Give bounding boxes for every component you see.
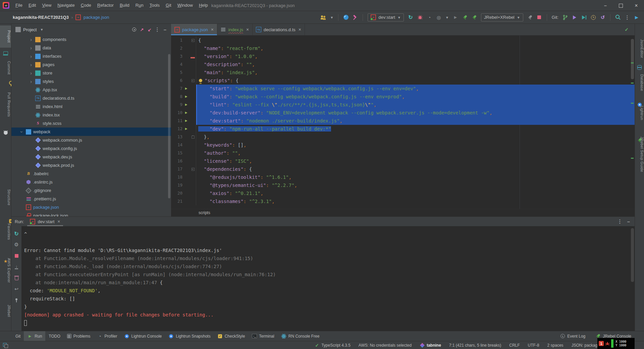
scroll-down-icon[interactable] bbox=[14, 264, 19, 269]
stripe-tab-database[interactable]: Database bbox=[635, 72, 644, 93]
menu-code[interactable]: Code bbox=[78, 3, 94, 8]
tree-row-style.scss[interactable]: style.scss bbox=[11, 119, 171, 128]
fold-marker[interactable]: − bbox=[190, 77, 196, 85]
laptop-icon[interactable] bbox=[3, 51, 8, 56]
tree-row-.babelrc[interactable]: .babelrc bbox=[11, 169, 171, 178]
line-number[interactable]: 6 bbox=[171, 77, 182, 85]
line-number[interactable]: 11 bbox=[171, 117, 182, 125]
menu-view[interactable]: View bbox=[39, 3, 54, 8]
rocket-green-icon[interactable] bbox=[472, 15, 477, 20]
line-number[interactable]: 14 bbox=[171, 141, 182, 149]
tree-row-styles[interactable]: ›styles bbox=[11, 77, 171, 86]
chevron-down-icon small[interactable] bbox=[445, 15, 449, 20]
git-branch-icon[interactable] bbox=[562, 15, 568, 20]
project-tree-scrollbar[interactable] bbox=[168, 54, 170, 198]
line-number[interactable]: 21 bbox=[171, 197, 182, 205]
run-script-button[interactable] bbox=[182, 117, 190, 125]
status-2-spaces[interactable]: 2 spaces bbox=[547, 343, 564, 348]
line-number[interactable]: 20 bbox=[171, 189, 182, 197]
tool-button-problems[interactable]: Problems bbox=[64, 331, 94, 341]
tree-row-package.json[interactable]: package.json bbox=[11, 203, 171, 211]
rollback-icon[interactable] bbox=[600, 15, 605, 20]
tree-row-index.tsx[interactable]: index.tsx bbox=[11, 111, 171, 119]
line-number[interactable]: 16 bbox=[171, 157, 182, 165]
project-panel-title[interactable]: Project bbox=[23, 27, 37, 32]
line-number[interactable]: 15 bbox=[171, 149, 182, 157]
status-tabnine[interactable]: tabnine bbox=[420, 343, 441, 348]
status-aws[interactable]: AWS: No credentials selected bbox=[359, 343, 412, 348]
tool-button-git[interactable]: Git bbox=[12, 331, 24, 341]
line-number[interactable]: 17 bbox=[171, 165, 182, 173]
menu-navigate[interactable]: Navigate bbox=[54, 3, 77, 8]
line-number[interactable]: 5 bbox=[171, 68, 182, 77]
menu-build[interactable]: Build bbox=[117, 3, 132, 8]
users-icon[interactable] bbox=[321, 15, 326, 20]
tool-button-lightrun-console[interactable]: Lightrun Console bbox=[121, 331, 165, 341]
tab-package.json[interactable]: package.json× bbox=[171, 24, 217, 35]
run-script-button[interactable] bbox=[182, 93, 190, 101]
tree-row-.eslintrc.js[interactable]: .eslintrc.js bbox=[11, 178, 171, 186]
stripe-tab-aws-explorer[interactable]: AWS Explorer bbox=[0, 254, 11, 287]
stripe-tab-commit[interactable]: Commit bbox=[0, 58, 11, 78]
stripe-tab-jrebel-setup-guide[interactable]: JRebel Setup Guide bbox=[635, 133, 644, 176]
play-gray-icon[interactable] bbox=[453, 15, 458, 20]
run-script-button[interactable] bbox=[182, 85, 190, 93]
status-crlf[interactable]: CRLF bbox=[509, 343, 520, 348]
tree-row-package-lock.json[interactable]: package-lock.json bbox=[11, 211, 171, 216]
line-number[interactable]: 13 bbox=[171, 133, 182, 141]
panel-options-button[interactable] bbox=[155, 27, 160, 32]
git-push-icon[interactable] bbox=[572, 15, 577, 20]
locate-file-button[interactable] bbox=[131, 27, 137, 32]
line-number[interactable]: 4 bbox=[171, 60, 182, 68]
menu-tools[interactable]: Tools bbox=[147, 3, 163, 8]
chevron-right-icon[interactable]: › bbox=[29, 37, 33, 42]
menu-window[interactable]: Window bbox=[174, 3, 196, 8]
console-scrollbar[interactable] bbox=[631, 228, 634, 282]
tree-row-components[interactable]: ›components bbox=[11, 35, 171, 44]
tree-row-declarations.d.ts[interactable]: declarations.d.ts bbox=[11, 94, 171, 102]
line-number[interactable]: 1 bbox=[171, 36, 182, 44]
line-number[interactable]: 8 bbox=[171, 93, 182, 101]
tree-row-webpack.common.js[interactable]: webpack.common.js bbox=[11, 136, 171, 144]
chevron-right-icon[interactable]: › bbox=[29, 79, 33, 84]
tree-row-data[interactable]: ›data bbox=[11, 44, 171, 52]
menu-file[interactable]: File bbox=[12, 3, 25, 8]
fold-marker[interactable]: ˆ bbox=[190, 133, 196, 141]
close-run-tab-icon[interactable]: × bbox=[57, 219, 60, 224]
tree-row-pages[interactable]: ›pages bbox=[11, 60, 171, 69]
tree-row-.gitignore[interactable]: .gitignore bbox=[11, 186, 171, 195]
rocket-green-icon[interactable] bbox=[462, 15, 468, 20]
close-tab-icon[interactable]: × bbox=[211, 27, 214, 32]
tree-row-webpack.dev.js[interactable]: webpack.dev.js bbox=[11, 153, 171, 161]
tab-declarations.d.ts[interactable]: declarations.d.ts× bbox=[253, 24, 305, 35]
close-window-button[interactable] bbox=[629, 0, 644, 11]
kebab-icon[interactable] bbox=[625, 15, 630, 20]
chevron-down-icon[interactable] bbox=[39, 27, 44, 32]
debug-icon[interactable] bbox=[417, 15, 423, 20]
chevron-right-icon[interactable]: › bbox=[29, 45, 33, 51]
tool-button-event-log[interactable]: Event Log bbox=[556, 331, 589, 341]
softwrap-icon[interactable] bbox=[14, 286, 19, 292]
chevron-down-icon small[interactable] bbox=[330, 15, 333, 20]
tree-row-webpack.config.js[interactable]: webpack.config.js bbox=[11, 144, 171, 153]
run-options-button[interactable] bbox=[617, 219, 623, 224]
fold-marker[interactable]: − bbox=[190, 36, 196, 44]
tool-button-checkstyle[interactable]: CheckStyle bbox=[214, 331, 249, 341]
tree-row-index.html[interactable]: index.html bbox=[11, 102, 171, 111]
status-7[interactable]: 7:1 (421 chars, 5 line breaks) bbox=[449, 343, 501, 348]
tool-button-rn-console-free[interactable]: RN Console Free bbox=[278, 331, 323, 341]
tree-row-store[interactable]: ›store bbox=[11, 69, 171, 77]
hammer-icon[interactable] bbox=[353, 15, 358, 20]
tool-button-lightrun-snapshots[interactable]: Lightrun Snapshots bbox=[165, 331, 214, 341]
tree-row-interfaces[interactable]: ›interfaces bbox=[11, 52, 171, 60]
console-output[interactable]: ^ Error: Cannot find module 'D:\RS-Git\k… bbox=[21, 226, 635, 331]
run-script-button[interactable] bbox=[182, 125, 190, 133]
line-number[interactable]: 18 bbox=[171, 173, 182, 181]
search-icon[interactable] bbox=[615, 15, 621, 20]
tool-button-todo[interactable]: TODO bbox=[45, 331, 63, 341]
run-script-button[interactable] bbox=[182, 109, 190, 117]
stripe-tab-lightrun[interactable]: Lightrun bbox=[635, 103, 644, 122]
line-number[interactable]: 2 bbox=[171, 44, 182, 52]
globe-icon[interactable] bbox=[343, 15, 348, 20]
maximize-window-button[interactable] bbox=[613, 0, 629, 11]
